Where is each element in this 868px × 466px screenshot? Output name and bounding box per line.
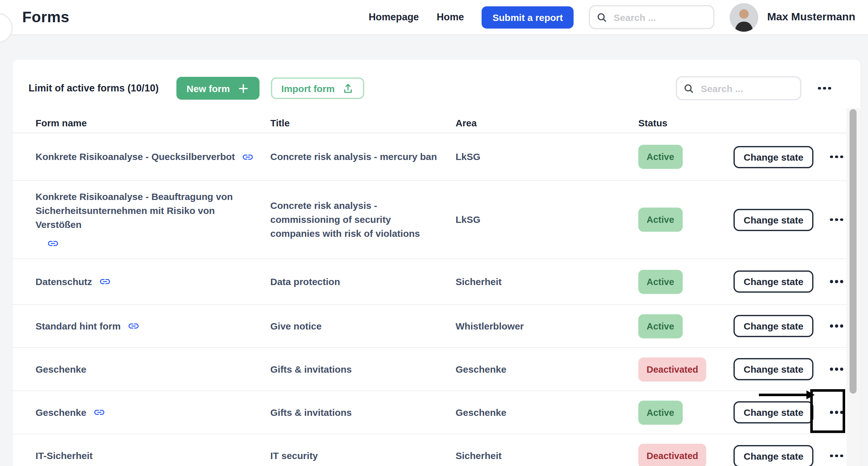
form-name[interactable]: Standard hint form	[35, 319, 121, 333]
table-row: Konkrete Risikoanalyse - Beauftragung vo…	[13, 181, 846, 259]
header-search-input[interactable]	[612, 11, 707, 23]
form-title: Gifts & invitations	[270, 405, 456, 419]
status-badge: Active	[638, 269, 682, 294]
form-name-cell: Geschenke	[35, 405, 270, 419]
table-row: Datenschutz Data protection Sicherheit A…	[13, 259, 846, 305]
change-state-button[interactable]: Change state	[734, 146, 813, 168]
change-state-button[interactable]: Change state	[734, 209, 813, 231]
table-row: Konkrete Risikoanalyse - Quecksilberverb…	[13, 133, 846, 181]
change-state-button[interactable]: Change state	[734, 358, 813, 380]
table-header-row: Form name Title Area Status	[13, 113, 846, 133]
form-area: Sicherheit	[456, 274, 638, 289]
col-area: Area	[456, 117, 638, 128]
form-area: LkSG	[456, 213, 638, 227]
scrollbar-thumb[interactable]	[849, 109, 857, 394]
form-area: Geschenke	[456, 362, 638, 376]
table-row: Standard hint form Give notice Whistlerb…	[13, 305, 846, 348]
change-state-button[interactable]: Change state	[734, 315, 813, 337]
new-form-button[interactable]: New form	[176, 77, 260, 100]
search-icon	[596, 12, 607, 23]
form-area: Whistlerblower	[456, 319, 638, 333]
form-name[interactable]: IT-Sicherheit	[35, 449, 93, 463]
form-name[interactable]: Konkrete Risikoanalyse - Beauftragung vo…	[35, 190, 254, 232]
form-area: Geschenke	[456, 405, 638, 419]
card-more-menu-icon[interactable]	[818, 87, 831, 89]
submit-report-button[interactable]: Submit a report	[482, 6, 574, 28]
form-area: LkSG	[456, 150, 638, 164]
form-title: Concrete risk analysis - mercury ban	[270, 150, 456, 164]
row-more-menu-icon[interactable]	[830, 218, 843, 221]
main-content: Limit of active forms (10/10) New form I…	[0, 34, 868, 466]
row-more-menu-icon[interactable]	[830, 454, 843, 457]
nav-homepage[interactable]: Homepage	[369, 11, 419, 23]
form-name-cell: Standard hint form	[35, 319, 270, 333]
form-title: IT security	[270, 449, 456, 463]
form-title: Data protection	[270, 274, 456, 289]
status-badge: Deactivated	[638, 357, 707, 381]
screen: Forms Homepage Home Submit a report	[0, 0, 868, 466]
annotation-arrow	[759, 394, 807, 396]
col-status: Status	[638, 117, 734, 128]
status-badge: Active	[638, 145, 682, 169]
row-more-menu-icon[interactable]	[830, 368, 843, 371]
top-navigation: Homepage Home Submit a report Max Muste	[369, 3, 868, 31]
form-title: Concrete risk analysis - commissioning o…	[270, 199, 456, 241]
change-state-button[interactable]: Change state	[734, 401, 813, 424]
form-title: Gifts & invitations	[270, 362, 456, 376]
change-state-button[interactable]: Change state	[734, 445, 813, 466]
scrollbar-track[interactable]	[846, 108, 860, 466]
status-badge: Active	[638, 208, 682, 232]
nav-home[interactable]: Home	[437, 11, 464, 23]
col-title: Title	[270, 117, 456, 128]
status-badge: Active	[638, 400, 682, 425]
form-name[interactable]: Konkrete Risikoanalyse - Quecksilberverb…	[35, 150, 235, 164]
row-more-menu-icon[interactable]	[830, 324, 843, 327]
link-icon[interactable]	[99, 275, 111, 288]
row-more-menu-icon[interactable]	[830, 280, 843, 283]
status-badge: Active	[638, 314, 682, 338]
avatar[interactable]	[730, 3, 758, 31]
plus-icon	[238, 82, 250, 94]
row-more-menu-icon[interactable]	[830, 411, 843, 414]
table-row: Geschenke Gifts & invitations Geschenke …	[13, 348, 846, 391]
form-name-cell: Geschenke	[35, 362, 270, 376]
form-name[interactable]: Geschenke	[35, 362, 86, 376]
form-name-cell: IT-Sicherheit	[35, 449, 270, 463]
upload-icon	[342, 82, 354, 94]
forms-card: Limit of active forms (10/10) New form I…	[13, 60, 860, 466]
form-name[interactable]: Datenschutz	[35, 274, 92, 289]
form-area: Sicherheit	[456, 449, 638, 463]
card-toolbar: Limit of active forms (10/10) New form I…	[13, 60, 846, 100]
change-state-button[interactable]: Change state	[734, 270, 813, 293]
form-name-cell: Konkrete Risikoanalyse - Beauftragung vo…	[35, 181, 270, 258]
active-forms-limit-label: Limit of active forms (10/10)	[29, 83, 159, 94]
link-icon[interactable]	[93, 406, 105, 418]
form-name-cell: Konkrete Risikoanalyse - Quecksilberverb…	[35, 150, 270, 164]
form-name-cell: Datenschutz	[35, 274, 270, 289]
link-icon[interactable]	[242, 151, 254, 163]
link-icon[interactable]	[47, 237, 270, 250]
import-form-button[interactable]: Import form	[271, 78, 364, 99]
status-badge: Deactivated	[638, 444, 707, 466]
table-search[interactable]	[676, 76, 802, 100]
row-more-menu-icon[interactable]	[830, 155, 843, 158]
forms-table: Form name Title Area Status Konkrete Ris…	[13, 113, 846, 466]
table-row: IT-Sicherheit IT security Sicherheit Dea…	[13, 434, 846, 466]
page-title: Forms	[22, 8, 69, 26]
search-icon	[684, 83, 694, 94]
link-icon[interactable]	[127, 320, 140, 332]
form-title: Give notice	[270, 319, 456, 333]
form-name[interactable]: Geschenke	[35, 405, 86, 419]
top-header: Forms Homepage Home Submit a report	[0, 0, 868, 34]
col-form-name: Form name	[35, 117, 270, 128]
table-search-input[interactable]	[700, 82, 794, 94]
table-row: Geschenke Gifts & invitations Geschenke …	[13, 391, 846, 434]
header-search[interactable]	[589, 5, 714, 29]
user-name[interactable]: Max Mustermann	[767, 11, 855, 24]
